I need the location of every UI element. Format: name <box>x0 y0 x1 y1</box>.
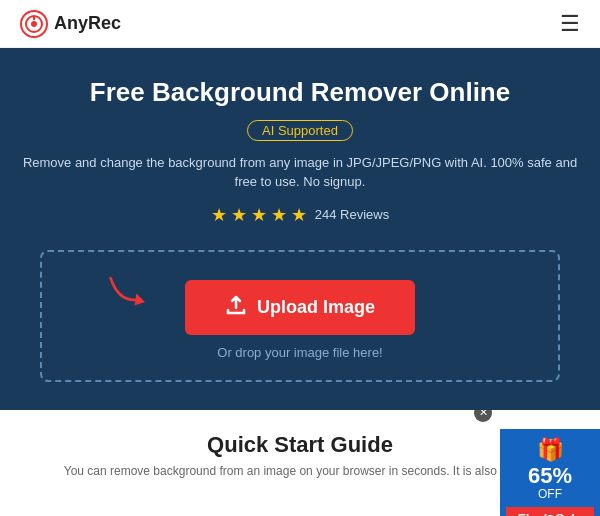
upload-icon <box>225 294 247 321</box>
upload-button-label: Upload Image <box>257 297 375 318</box>
drop-hint: Or drop your image file here! <box>217 345 382 360</box>
gift-icon: 🎁 <box>537 437 564 463</box>
flash-sale-badge[interactable]: 🎁 65% OFF Flash Sale <box>500 429 600 516</box>
svg-point-1 <box>31 21 37 27</box>
star-5: ★ <box>291 204 307 226</box>
quick-start-title: Quick Start Guide <box>20 432 580 458</box>
arrow-decoration <box>102 268 162 322</box>
ai-badge: AI Supported <box>247 120 353 141</box>
reviews-count: 244 Reviews <box>315 207 389 222</box>
upload-button[interactable]: Upload Image <box>185 280 415 335</box>
quick-start-description: You can remove background from an image … <box>20 464 580 478</box>
logo-area: AnyRec <box>20 10 121 38</box>
star-1: ★ <box>211 204 227 226</box>
logo-icon <box>20 10 48 38</box>
star-4: ★ <box>271 204 287 226</box>
hero-description: Remove and change the background from an… <box>20 153 580 192</box>
page-title: Free Background Remover Online <box>20 76 580 110</box>
menu-icon[interactable]: ☰ <box>560 11 580 37</box>
star-3: ★ <box>251 204 267 226</box>
hero-section: Free Background Remover Online AI Suppor… <box>0 48 600 250</box>
upload-dropzone[interactable]: Upload Image Or drop your image file her… <box>40 250 560 382</box>
upload-zone: Upload Image Or drop your image file her… <box>0 250 600 410</box>
star-2: ★ <box>231 204 247 226</box>
flash-label: Flash Sale <box>506 507 594 516</box>
header: AnyRec ☰ <box>0 0 600 48</box>
flash-off: OFF <box>538 487 562 501</box>
logo-text: AnyRec <box>54 13 121 34</box>
bottom-area: Quick Start Guide You can remove backgro… <box>0 410 600 516</box>
star-rating: ★ ★ ★ ★ ★ 244 Reviews <box>20 204 580 226</box>
svg-marker-3 <box>135 293 145 305</box>
flash-percent: 65% <box>528 465 572 487</box>
